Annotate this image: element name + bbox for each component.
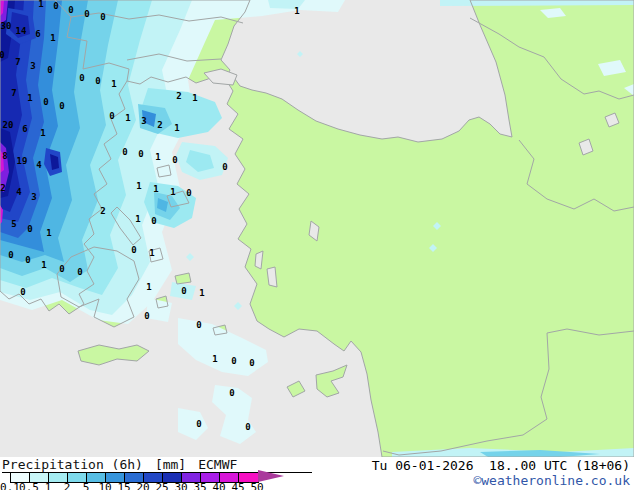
legend-unit: [mm] (155, 457, 186, 472)
colorbar-segment (49, 473, 68, 482)
legend-footer: Precipitation (6h)[mm]ECMWF 0.10.5125101… (0, 457, 634, 490)
legend-model: ECMWF (198, 457, 237, 472)
map-canvas (0, 0, 634, 457)
colorbar-segment (68, 473, 87, 482)
colorbar-segment (87, 473, 106, 482)
colorbar-segment (163, 473, 182, 482)
weather-map-page: 1000013014610730001217100013212061001008… (0, 0, 634, 490)
colorbar-arrow-icon (258, 470, 284, 482)
colorbar-segment (30, 473, 49, 482)
colorbar (10, 472, 259, 483)
colorbar-segment (125, 473, 144, 482)
colorbar-segment (106, 473, 125, 482)
precipitation-map: 1000013014610730001217100013212061001008… (0, 0, 634, 457)
colorbar-segment (11, 473, 30, 482)
colorbar-segment (182, 473, 201, 482)
copyright-link[interactable]: ©weatheronline.co.uk (473, 473, 630, 488)
colorbar-segment (144, 473, 163, 482)
colorbar-segment (201, 473, 220, 482)
legend-parameter: Precipitation (6h) (2, 457, 143, 472)
colorbar-segment (220, 473, 239, 482)
forecast-datetime: Tu 06-01-2026 18..00 UTC (18+06) (372, 458, 630, 473)
colorbar-segment (239, 473, 258, 482)
